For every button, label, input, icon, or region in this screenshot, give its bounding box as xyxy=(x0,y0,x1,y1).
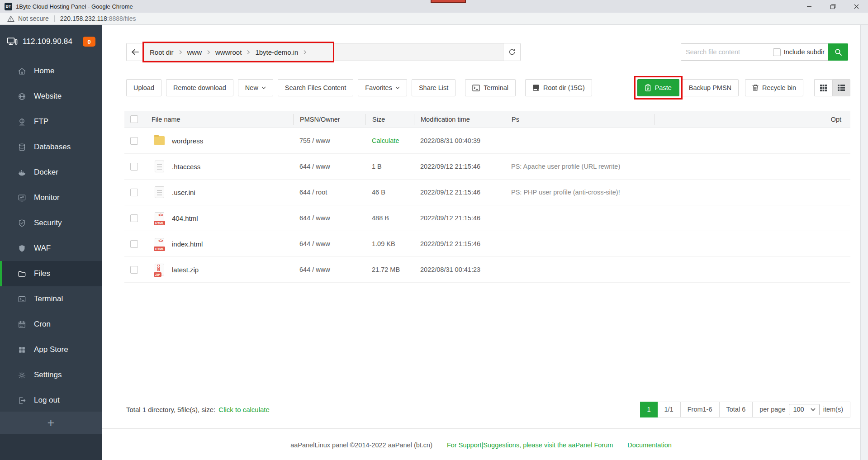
url-host[interactable]: 220.158.232.118 xyxy=(60,15,107,22)
select-all-checkbox[interactable] xyxy=(130,115,138,123)
sidebar-item-app-store[interactable]: App Store xyxy=(0,337,102,362)
sidebar-item-terminal[interactable]: Terminal xyxy=(0,286,102,312)
header-mtime[interactable]: Modification time xyxy=(414,114,505,125)
page-scrollbar[interactable] xyxy=(860,25,868,460)
row-checkbox[interactable] xyxy=(130,240,138,248)
close-button[interactable] xyxy=(844,0,868,13)
server-monitor-icon xyxy=(6,36,18,47)
backup-pmsn-button[interactable]: Backup PMSN xyxy=(682,79,739,96)
file-size: 1.09 KB xyxy=(365,240,414,247)
table-row[interactable]: <> HTML index.html 644 / www 1.09 KB 202… xyxy=(124,231,850,257)
table-row[interactable]: <> HTML 404.html 644 / www 488 B 2022/09… xyxy=(124,205,850,231)
sidebar-item-label: Terminal xyxy=(34,294,63,304)
per-page-select[interactable]: 100 xyxy=(789,404,819,415)
sidebar-item-home[interactable]: Home xyxy=(0,58,102,84)
file-name[interactable]: .user.ini xyxy=(172,189,195,196)
search-button[interactable] xyxy=(828,43,848,61)
sidebar-item-monitor[interactable]: Monitor xyxy=(0,185,102,210)
sidebar-item-logout[interactable]: Log out xyxy=(0,388,102,413)
table-row[interactable]: ZIP latest.zip 644 / www 21.72 MB 2022/0… xyxy=(124,257,850,283)
notification-badge[interactable]: 0 xyxy=(83,37,95,47)
file-mtime: 2022/08/31 00:41:23 xyxy=(414,266,505,273)
list-view-button[interactable] xyxy=(832,79,850,96)
view-toggle xyxy=(814,79,850,96)
terminal-button[interactable]: Terminal xyxy=(465,79,516,96)
remote-download-button[interactable]: Remote download xyxy=(166,79,233,96)
new-button[interactable]: New xyxy=(238,79,273,96)
back-button[interactable] xyxy=(126,43,143,61)
file-pmsn: 644 / root xyxy=(293,189,365,196)
url-path[interactable]: :8888/files xyxy=(107,15,136,22)
toolbar: Upload Remote download New Search Files … xyxy=(126,79,850,96)
file-name[interactable]: wordpress xyxy=(172,137,203,145)
calculate-total-size-link[interactable]: Click to calculate xyxy=(218,406,270,413)
documentation-link[interactable]: Documentation xyxy=(627,441,672,449)
sidebar-add-button[interactable]: + xyxy=(0,412,102,434)
sidebar-item-cron[interactable]: Cron xyxy=(0,312,102,337)
status-row: Total 1 directory, 5file(s), size: Click… xyxy=(126,401,850,417)
breadcrumb-site-dir[interactable]: 1byte-demo.in xyxy=(255,48,298,56)
file-name[interactable]: 404.html xyxy=(172,214,198,222)
support-forum-link[interactable]: For Support|Suggestions, please visit th… xyxy=(447,441,613,449)
sidebar-item-databases[interactable]: Databases xyxy=(0,134,102,160)
header-pmsn-owner[interactable]: PMSN/Owner xyxy=(293,114,365,125)
chevron-down-icon xyxy=(395,86,400,89)
share-list-button[interactable]: Share List xyxy=(412,79,455,96)
search-input[interactable] xyxy=(681,44,773,60)
clipboard-icon xyxy=(645,84,651,91)
sidebar-item-settings[interactable]: Settings xyxy=(0,362,102,388)
calculate-size-link[interactable]: Calculate xyxy=(372,137,399,144)
table-row[interactable]: wordpress 755 / www Calculate 2022/08/31… xyxy=(124,128,850,154)
paste-button-label: Paste xyxy=(655,84,672,91)
breadcrumb-www[interactable]: www xyxy=(187,48,202,56)
sidebar-item-files[interactable]: Files xyxy=(0,261,102,286)
header-size[interactable]: Size xyxy=(365,114,414,125)
sidebar-item-security[interactable]: Security xyxy=(0,210,102,236)
page-number-current[interactable]: 1 xyxy=(640,402,657,417)
row-checkbox[interactable] xyxy=(130,163,138,171)
sidebar-server-header: 112.109.90.84 0 xyxy=(0,25,102,58)
row-checkbox[interactable] xyxy=(130,266,138,274)
per-page-label: per page xyxy=(759,406,785,413)
file-name[interactable]: index.html xyxy=(172,240,203,248)
paste-button[interactable]: Paste xyxy=(637,79,679,96)
sidebar-item-docker[interactable]: Docker xyxy=(0,160,102,185)
grid-view-button[interactable] xyxy=(814,79,832,96)
home-icon xyxy=(17,67,26,76)
include-subdir-checkbox[interactable] xyxy=(773,48,781,56)
search-files-content-button[interactable]: Search Files Content xyxy=(278,79,353,96)
table-row[interactable]: .user.ini 644 / root 46 B 2022/09/12 21:… xyxy=(124,180,850,205)
row-checkbox[interactable] xyxy=(130,214,138,222)
restore-button[interactable] xyxy=(821,0,844,13)
recycle-bin-button[interactable]: Recycle bin xyxy=(745,79,803,96)
row-checkbox[interactable] xyxy=(130,189,138,196)
folder-icon xyxy=(154,134,166,147)
window-title: 1Byte Cloud Hosting Panel - Google Chrom… xyxy=(16,3,133,10)
pagination: 1 1/1 From1-6 Total 6 per page 100 item(… xyxy=(640,402,850,417)
header-opt[interactable]: Opt xyxy=(655,114,850,125)
breadcrumb-root[interactable]: Root dir xyxy=(150,48,174,56)
refresh-button[interactable] xyxy=(503,43,520,61)
security-label[interactable]: Not secure xyxy=(18,15,49,22)
sidebar-item-ftp[interactable]: FTP xyxy=(0,109,102,134)
table-row[interactable]: .htaccess 644 / www 1 B 2022/09/12 21:15… xyxy=(124,154,850,180)
header-file-name[interactable]: File name xyxy=(152,114,293,125)
file-name[interactable]: latest.zip xyxy=(172,266,199,274)
server-ip[interactable]: 112.109.90.84 xyxy=(23,37,72,46)
minimize-button[interactable] xyxy=(797,0,821,13)
header-ps[interactable]: Ps xyxy=(505,114,655,125)
copyright-text: aaPanelLinux panel ©2014-2022 aaPanel (b… xyxy=(290,441,432,449)
gear-icon xyxy=(17,371,26,379)
sidebar-item-label: Settings xyxy=(34,370,62,379)
sidebar-item-website[interactable]: Website xyxy=(0,84,102,109)
chevron-down-icon xyxy=(811,408,816,411)
upload-button[interactable]: Upload xyxy=(126,79,161,96)
sidebar-item-waf[interactable]: WAF xyxy=(0,236,102,261)
file-pmsn: 644 / www xyxy=(293,240,365,247)
file-name[interactable]: .htaccess xyxy=(172,163,200,171)
favorites-button[interactable]: Favorites xyxy=(358,79,407,96)
globe-icon xyxy=(17,92,26,101)
row-checkbox[interactable] xyxy=(130,137,138,145)
root-dir-button[interactable]: Root dir (15G) xyxy=(525,79,592,96)
breadcrumb-wwwroot[interactable]: wwwroot xyxy=(215,48,242,56)
